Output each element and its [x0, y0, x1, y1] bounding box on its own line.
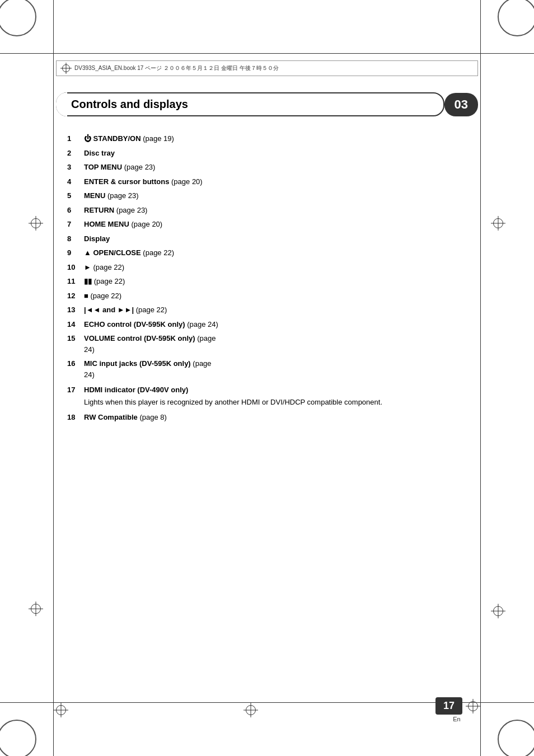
book-info-text: DV393S_ASIA_EN.book 17 ページ ２００６年５月１２日 金曜…	[74, 64, 279, 72]
item-page-ref: (page 24)	[187, 320, 218, 328]
list-item: 17 HDMI indicator (DV-490V only) Lights …	[67, 384, 478, 407]
list-item: 14 ECHO control (DV-595K only) (page 24)	[67, 319, 478, 330]
item-label: |◄◄ and ►►|	[84, 306, 134, 314]
item-content: ■ (page 22)	[84, 290, 478, 302]
item-content: ▮▮ (page 22)	[84, 276, 478, 287]
deco-circle-bl	[0, 720, 36, 756]
item-label: RETURN	[84, 206, 114, 214]
book-info-crosshair-icon	[62, 64, 70, 72]
item-number: 12	[67, 290, 84, 302]
deco-circle-br	[498, 720, 534, 756]
item-number: 16	[67, 358, 84, 369]
border-top	[0, 53, 534, 54]
list-item: 7 HOME MENU (page 20)	[67, 219, 478, 230]
item-label: Disc tray	[84, 149, 115, 157]
item-content: Disc tray	[84, 148, 478, 159]
border-left	[53, 0, 54, 756]
footer-center	[246, 705, 256, 715]
footer-reg-mark-center	[246, 705, 256, 715]
list-item: 8 Display	[67, 233, 478, 245]
chapter-number: 03	[455, 97, 468, 111]
item-number: 8	[67, 233, 84, 245]
item-page-ref: (page 20)	[132, 220, 163, 228]
reg-mark-left-top	[31, 218, 43, 231]
item-label: TOP MENU	[84, 163, 122, 171]
footer-reg-mark-left	[56, 705, 66, 715]
item-number: 1	[67, 133, 84, 144]
item-number: 11	[67, 276, 84, 287]
list-item: 3 TOP MENU (page 23)	[67, 162, 478, 173]
item-page-ref: (page 23)	[124, 163, 156, 171]
item-content: RETURN (page 23)	[84, 205, 478, 216]
list-item: 11 ▮▮ (page 22)	[67, 276, 478, 287]
item-content: ► (page 22)	[84, 262, 478, 273]
list-item: 2 Disc tray	[67, 148, 478, 159]
footer-right: 17 En	[435, 697, 478, 722]
item-page-ref: (page 22)	[93, 263, 125, 271]
item-content: ECHO control (DV-595K only) (page 24)	[84, 319, 478, 330]
footer-area: 17 En	[56, 697, 478, 722]
page-lang: En	[453, 716, 460, 722]
list-item: 4 ENTER & cursor buttons (page 20)	[67, 176, 478, 187]
item-label: ⏻ STANDBY/ON	[84, 134, 141, 143]
footer-reg-mark-right	[468, 701, 478, 711]
item-content: VOLUME control (DV-595K only) (page24)	[84, 333, 478, 355]
item-content: |◄◄ and ►►| (page 22)	[84, 304, 478, 316]
item-number: 5	[67, 190, 84, 201]
item-number: 18	[67, 412, 84, 423]
list-item: 12 ■ (page 22)	[67, 290, 478, 302]
item-label: ■	[84, 292, 88, 300]
footer-left	[56, 705, 66, 715]
item-page-ref: (page 19)	[143, 134, 174, 143]
reg-mark-right-bottom	[493, 606, 503, 616]
list-item: 16 MIC input jacks (DV-595K only) (page2…	[67, 358, 478, 380]
item-number: 6	[67, 205, 84, 216]
item-number: 14	[67, 319, 84, 330]
list-item: 18 RW Compatible (page 8)	[67, 412, 478, 423]
list-item: 13 |◄◄ and ►►| (page 22)	[67, 304, 478, 316]
item-label: MIC input jacks (DV-595K only)	[84, 359, 191, 368]
item-number: 10	[67, 262, 84, 273]
deco-circle-tl	[0, 0, 36, 36]
list-item: 10 ► (page 22)	[67, 262, 478, 273]
item-number: 9	[67, 247, 84, 259]
item-page-ref: (page 23)	[116, 206, 148, 214]
item-label: VOLUME control (DV-595K only)	[84, 334, 195, 342]
item-page-ref: (page 23)	[107, 191, 139, 200]
reg-mark-right-top	[493, 218, 503, 228]
list-item: 9 ▲ OPEN/CLOSE (page 22)	[67, 247, 478, 259]
item-number: 3	[67, 162, 84, 173]
item-content: MIC input jacks (DV-595K only) (page24)	[84, 358, 478, 380]
item-content: ⏻ STANDBY/ON (page 19)	[84, 133, 478, 144]
item-content: HOME MENU (page 20)	[84, 219, 478, 230]
deco-circle-tr	[498, 0, 534, 36]
item-content: ▲ OPEN/CLOSE (page 22)	[84, 247, 478, 259]
item-label: ►	[84, 263, 91, 271]
item-label: HOME MENU	[84, 220, 129, 228]
item-content: TOP MENU (page 23)	[84, 162, 478, 173]
item-content: ENTER & cursor buttons (page 20)	[84, 176, 478, 187]
chapter-title: Controls and displays	[71, 98, 188, 110]
item-number: 4	[67, 176, 84, 187]
chapter-title-box: Controls and displays	[56, 92, 444, 116]
item-content: MENU (page 23)	[84, 190, 478, 201]
item-number: 17	[67, 384, 84, 396]
item-page-ref: (page 22)	[90, 292, 121, 300]
item-description: Lights when this player is recognized by…	[84, 397, 478, 408]
page-number-box: 17	[435, 697, 462, 715]
list-item: 15 VOLUME control (DV-595K only) (page24…	[67, 333, 478, 355]
items-list: 1 ⏻ STANDBY/ON (page 19) 2 Disc tray 3 T…	[56, 133, 478, 423]
item-label: ▮▮	[84, 277, 92, 285]
item-label: ENTER & cursor buttons	[84, 177, 169, 186]
border-right	[480, 0, 481, 756]
item-number: 2	[67, 148, 84, 159]
list-item: 5 MENU (page 23)	[67, 190, 478, 201]
book-info-bar: DV393S_ASIA_EN.book 17 ページ ２００６年５月１２日 金曜…	[56, 60, 478, 76]
page-container: DV393S_ASIA_EN.book 17 ページ ２００６年５月１２日 金曜…	[0, 0, 534, 756]
list-item: 1 ⏻ STANDBY/ON (page 19)	[67, 133, 478, 144]
item-label: Display	[84, 234, 110, 243]
item-content: Display	[84, 233, 478, 245]
item-number: 7	[67, 219, 84, 230]
item-page-ref: (page 8)	[139, 413, 166, 421]
item-label: MENU	[84, 191, 105, 200]
